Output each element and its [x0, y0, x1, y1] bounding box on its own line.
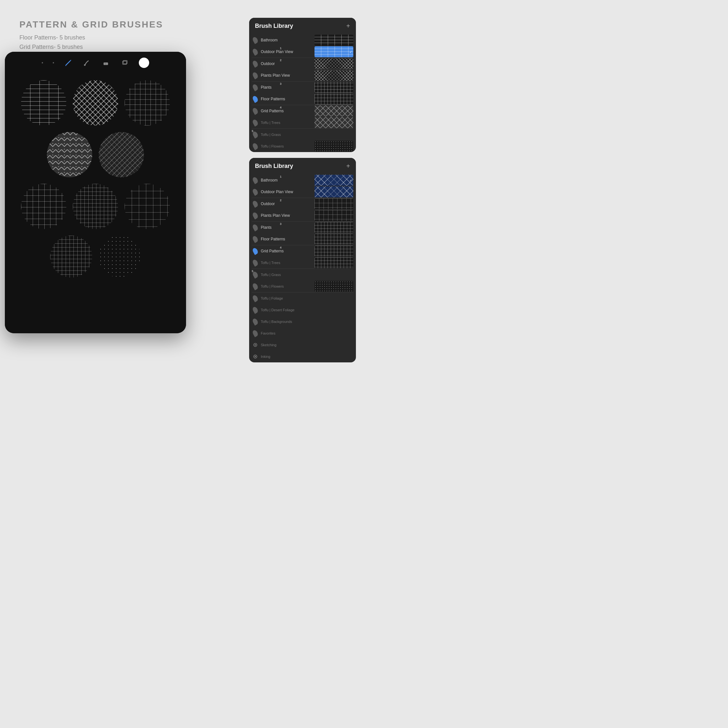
brush-name-toffu-trees: Toffu | Trees [261, 121, 315, 125]
brush-name-floor-patterns: Floor Patterns [261, 97, 315, 101]
pencil-icon[interactable] [64, 58, 73, 67]
brush-item-plants[interactable]: Plants 3 [249, 81, 356, 93]
brush-name-sketching: Sketching [261, 343, 353, 347]
brush-preview-floor-patterns-2 [315, 234, 353, 245]
eraser-icon[interactable] [101, 58, 110, 67]
num-badge-4: 4 [280, 106, 281, 109]
num-badge-5: 5 [252, 129, 253, 133]
svg-line-2 [66, 65, 66, 66]
panel-plus-1[interactable]: + [346, 22, 350, 30]
brush-preview-outdoor [315, 58, 353, 69]
brush-library-panel-2: Brush Library + Bathroom ✓ 1 Outdoor Pla… [249, 158, 356, 362]
brush-name-bathroom-2: Bathroom [261, 178, 315, 182]
brush-item-floor-patterns[interactable]: Floor Patterns [249, 93, 356, 105]
brush-circle-herringbone [73, 80, 118, 125]
brush-name-plants-plan-2: Plants Plan View [261, 213, 315, 218]
brush-row-1 [15, 80, 176, 125]
brush-preview-bathroom-2: ✓ [315, 175, 353, 186]
brush-preview-plants [315, 82, 353, 93]
ipad-toolbar [5, 52, 186, 74]
brush-item-grid-patterns-2[interactable]: Grid Patterns 4 [249, 245, 356, 257]
color-circle[interactable] [139, 58, 149, 68]
brush-circle-geo [99, 132, 144, 177]
brush-leaf-icon [252, 212, 259, 219]
panel-title-2: Brush Library [255, 163, 293, 170]
brush-name-outdoor-plan-2: Outdoor Plan View [261, 190, 315, 194]
num-badge-2: 2 [280, 58, 281, 62]
brush-item-outdoor-2[interactable]: Outdoor 2 [249, 198, 356, 210]
brush-preview-plants-plan [315, 70, 353, 81]
brush-preview-plants-2 [315, 222, 353, 233]
brush-circle-grid-xs [50, 236, 92, 278]
brush-name-toffu-flowers-2: Toffu | Flowers [261, 284, 315, 288]
brush-name-grid-patterns-2: Grid Patterns [261, 249, 315, 253]
brush-item-sketching[interactable]: Sketching [249, 339, 356, 351]
brush-leaf-icon [252, 224, 259, 231]
brush-leaf-icon [252, 306, 259, 314]
brush-preview-outdoor-plan: ✓ [315, 46, 353, 57]
num-badge-2-4: 4 [280, 246, 281, 249]
brush-item-bathroom-1[interactable]: Bathroom [249, 34, 356, 46]
brush-preview-toffu-flowers [315, 141, 353, 152]
panel-header-2: Brush Library + [249, 158, 356, 174]
brush-leaf-icon [252, 119, 259, 126]
brush-leaf-icon [252, 72, 259, 79]
brush-leaf-icon [252, 353, 259, 360]
brush-leaf-icon-active [252, 95, 259, 102]
brush-leaf-icon [252, 143, 259, 150]
brush-circle-brick [21, 80, 66, 125]
num-badge-1: 1 [280, 47, 281, 50]
brush-circle-diamond [47, 132, 92, 177]
brush-item-toffu-flowers[interactable]: Toffu | Flowers [249, 141, 356, 152]
brush-item-inking[interactable]: Inking [249, 351, 356, 362]
brush-preview-outdoor-plan-2 [315, 187, 353, 197]
panel-plus-2[interactable]: + [346, 162, 350, 170]
brush-item-floor-patterns-2[interactable]: Floor Patterns [249, 233, 356, 245]
check-icon: ✓ [349, 50, 352, 54]
brush-item-toffu-trees[interactable]: Toffu | Trees [249, 117, 356, 128]
num-badge-2-2: 2 [280, 199, 281, 202]
check-icon-2: ✓ [349, 179, 352, 182]
brush-name-toffu-trees-2: Toffu | Trees [261, 261, 315, 265]
brush-item-toffu-bg[interactable]: Toffu | Backgrounds [249, 316, 356, 327]
brush-leaf-icon [252, 318, 259, 325]
brush-preview-plants-plan-2 [315, 210, 353, 221]
num-badge-3: 3 [280, 82, 281, 86]
brush-item-grid-patterns[interactable]: Grid Patterns 4 [249, 105, 356, 117]
brush-leaf-icon [252, 295, 259, 302]
brush-item-outdoor[interactable]: Outdoor 2 [249, 58, 356, 70]
brush-leaf-icon [252, 60, 259, 67]
brush-circle-dots [99, 236, 141, 278]
brush-item-favorites[interactable]: Favorites [249, 327, 356, 339]
brush-row-3 [15, 184, 176, 229]
brush-item-plants-plan-1[interactable]: Plants Plan View [249, 70, 356, 81]
brush-item-toffu-grass[interactable]: Toffu | Grass 5 [249, 129, 356, 141]
brush-item-toffu-grass-2[interactable]: Toffu | Grass 5 [249, 269, 356, 280]
brush-item-toffu-desert[interactable]: Toffu | Desert Foliage [249, 304, 356, 316]
brush-item-plants-plan-2[interactable]: Plants Plan View [249, 210, 356, 221]
svg-point-11 [255, 356, 256, 357]
panel-title-1: Brush Library [255, 23, 293, 29]
brush-leaf-icon [252, 200, 259, 207]
brush-name-outdoor-2: Outdoor [261, 202, 315, 206]
brush-item-outdoor-plan-1[interactable]: Outdoor Plan View ✓ 1 [249, 46, 356, 58]
brush-icon[interactable] [83, 58, 92, 67]
canvas-area [5, 74, 186, 333]
brush-name-floor-patterns-2: Floor Patterns [261, 237, 315, 242]
brush-name-plants: Plants [261, 85, 315, 90]
brush-item-bathroom-2[interactable]: Bathroom ✓ 1 [249, 174, 356, 186]
brush-name-bathroom: Bathroom [261, 38, 315, 42]
brush-item-outdoor-plan-2[interactable]: Outdoor Plan View [249, 186, 356, 198]
num-badge-2-1: 1 [280, 175, 281, 178]
brush-item-toffu-flowers-2[interactable]: Toffu | Flowers [249, 280, 356, 292]
brush-item-toffu-trees-2[interactable]: Toffu | Trees [249, 257, 356, 269]
brush-item-toffu-foliage[interactable]: Toffu | Foliage [249, 292, 356, 304]
brush-leaf-icon [252, 259, 259, 266]
layers-icon[interactable] [120, 58, 129, 67]
brush-name-plants-plan: Plants Plan View [261, 73, 315, 78]
brush-row-2 [15, 132, 176, 177]
brush-item-plants-2[interactable]: Plants 3 [249, 222, 356, 233]
brush-preview-grid-patterns-2 [315, 246, 353, 257]
svg-point-9 [255, 344, 256, 346]
ipad-device [5, 52, 186, 333]
